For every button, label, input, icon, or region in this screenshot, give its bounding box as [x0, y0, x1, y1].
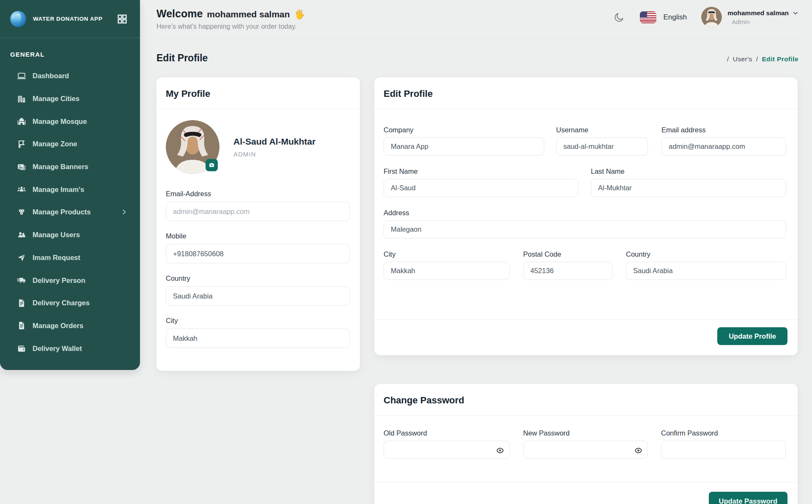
update-password-button[interactable]: Update Password: [709, 492, 787, 504]
profile-summary: Al-Saud Al-Mukhtar ADMIN: [166, 120, 350, 174]
field-old-password: Old Password: [384, 429, 510, 459]
dark-mode-toggle[interactable]: [612, 10, 626, 25]
mobile-input[interactable]: [166, 244, 350, 263]
postal-code-input[interactable]: [523, 262, 613, 280]
two-users-icon: [17, 230, 26, 240]
welcome-subtitle: Here's what's happening with your order …: [156, 23, 305, 30]
email-address-input[interactable]: [166, 202, 350, 221]
sidebar-item-label: Imam Request: [33, 254, 80, 262]
field-label: Country: [166, 274, 350, 282]
field-label: Confirm Password: [661, 429, 786, 437]
sidebar-item-manage-zone[interactable]: Manage Zone: [0, 133, 140, 156]
wallet-icon: [17, 344, 26, 353]
sidebar-item-manage-imams[interactable]: Manage Imam's: [0, 178, 140, 201]
old-password-input[interactable]: [384, 441, 510, 459]
update-profile-button[interactable]: Update Profile: [717, 327, 787, 345]
sidebar-item-delivery-wallet[interactable]: Delivery Wallet: [0, 337, 140, 360]
welcome-prefix: Welcome: [156, 8, 203, 20]
sidebar-item-label: Manage Users: [33, 231, 80, 239]
sidebar-item-delivery-person[interactable]: Delivery Person: [0, 269, 140, 292]
sidebar-item-manage-orders[interactable]: Manage Orders: [0, 315, 140, 337]
sidebar: WATER DONATION APP GENERAL Dashboard Man…: [0, 0, 140, 370]
water-drop-icon: [10, 11, 26, 27]
breadcrumb: / User's / Edit Profile: [727, 55, 798, 63]
field-label: Company: [384, 126, 544, 134]
breadcrumb-separator: /: [756, 55, 758, 63]
welcome-user-name: mohammed salman: [207, 9, 290, 19]
city-input[interactable]: [166, 329, 350, 348]
eye-icon[interactable]: [634, 446, 642, 455]
sidebar-item-label: Dashboard: [33, 72, 69, 80]
grid-icon[interactable]: [116, 13, 128, 25]
sidebar-item-manage-users[interactable]: Manage Users: [0, 224, 140, 247]
edit-profile-footer: Update Profile: [374, 319, 798, 355]
user-meta: mohammed salman Admin: [727, 9, 798, 25]
field-address: Address: [384, 209, 786, 238]
sidebar-item-dashboard[interactable]: Dashboard: [0, 65, 140, 88]
breadcrumb-current: Edit Profile: [762, 55, 798, 63]
products-cluster-icon: [17, 208, 26, 217]
my-profile-card: My Profile: [156, 77, 360, 371]
city-buildings-icon: [17, 94, 26, 104]
field-label: City: [384, 250, 510, 258]
field-label: Email-Address: [166, 190, 350, 198]
field-confirm-password: Confirm Password: [661, 429, 786, 459]
address-input[interactable]: [384, 220, 786, 238]
sidebar-item-label: Delivery Charges: [33, 299, 90, 307]
sidebar-item-manage-banners[interactable]: Manage Banners: [0, 156, 140, 178]
change-avatar-button[interactable]: [206, 159, 218, 171]
field-username: Username: [556, 126, 648, 156]
page-title: Edit Profile: [156, 52, 208, 64]
sidebar-item-manage-products[interactable]: Manage Products: [0, 201, 140, 224]
user-role: Admin: [732, 18, 798, 25]
orders-document-icon: [17, 321, 26, 330]
invoice-icon: [17, 299, 26, 308]
edit-city-input[interactable]: [384, 262, 510, 280]
field-email-address: Email-Address: [166, 190, 350, 221]
sidebar-item-label: Delivery Wallet: [33, 345, 82, 353]
user-menu[interactable]: mohammed salman Admin: [701, 7, 798, 27]
edit-profile-title: Edit Profile: [374, 77, 798, 109]
field-label: Mobile: [166, 232, 350, 240]
field-company: Company: [384, 126, 544, 156]
company-input[interactable]: [384, 137, 544, 156]
breadcrumb-parent[interactable]: User's: [733, 55, 752, 63]
sidebar-item-label: Manage Cities: [33, 95, 80, 103]
field-mobile: Mobile: [166, 232, 350, 263]
my-profile-title: My Profile: [156, 77, 360, 109]
new-password-input[interactable]: [523, 441, 648, 459]
sidebar-item-delivery-charges[interactable]: Delivery Charges: [0, 292, 140, 315]
delivery-truck-icon: [17, 276, 26, 285]
app-title: WATER DONATION APP: [33, 16, 116, 22]
sidebar-item-imam-request[interactable]: Imam Request: [0, 247, 140, 269]
sidebar-item-manage-cities[interactable]: Manage Cities: [0, 88, 140, 110]
field-label: City: [166, 317, 350, 325]
profile-role: ADMIN: [233, 151, 315, 158]
field-label: Email address: [661, 126, 786, 134]
field-label: Old Password: [384, 429, 510, 437]
language-selector[interactable]: English: [640, 11, 687, 23]
first-name-input[interactable]: [384, 179, 579, 197]
sidebar-item-label: Manage Products: [33, 208, 91, 216]
country-input[interactable]: [166, 286, 350, 306]
eye-icon[interactable]: [496, 446, 504, 455]
sidebar-section-label: GENERAL: [0, 38, 140, 58]
banner-image-icon: [17, 162, 26, 172]
email-input[interactable]: [661, 137, 786, 156]
field-label: Country: [626, 250, 786, 258]
last-name-input[interactable]: [591, 179, 786, 197]
edit-country-input[interactable]: [626, 262, 786, 280]
confirm-password-input[interactable]: [661, 441, 786, 459]
field-label: Username: [556, 126, 648, 134]
app-window: WATER DONATION APP GENERAL Dashboard Man…: [0, 0, 812, 504]
us-flag-icon: [640, 11, 656, 23]
chevron-down-icon: [793, 10, 798, 16]
sidebar-item-label: Manage Orders: [33, 322, 83, 330]
sidebar-menu: Dashboard Manage Cities Manage Mosque Ma…: [0, 65, 140, 360]
username-input[interactable]: [556, 137, 648, 156]
card-divider: [374, 482, 798, 482]
chevron-right-icon: [121, 209, 127, 215]
breadcrumb-separator: /: [727, 55, 729, 63]
sidebar-item-manage-mosque[interactable]: Manage Mosque: [0, 110, 140, 133]
field-city: City: [166, 317, 350, 348]
